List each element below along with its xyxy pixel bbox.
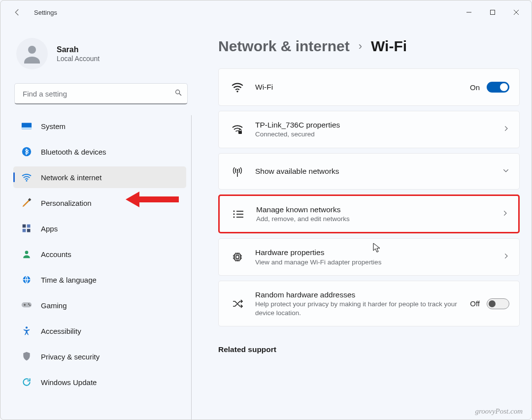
back-button[interactable] [9,4,25,20]
antenna-icon [231,165,244,177]
sidebar-item-bluetooth[interactable]: Bluetooth & devices [13,141,186,162]
wifi-state-label: On [470,83,480,92]
sidebar-item-label: Network & internet [41,173,101,182]
person-icon [20,42,44,65]
sidebar-item-label: Bluetooth & devices [41,148,106,156]
card-title: Random hardware addresses [255,290,459,300]
network-properties-card[interactable]: TP-Link_736C properties Connected, secur… [218,111,520,148]
card-subtitle: View and manage Wi-Fi adapter properties [255,258,492,267]
personalization-icon [21,197,32,208]
chip-icon [231,251,244,263]
chevron-down-icon [502,167,509,176]
card-title: Wi-Fi [255,82,459,92]
chevron-right-icon [502,253,509,261]
shuffle-icon [231,298,244,309]
sidebar-item-personalization[interactable]: Personalization [13,192,186,214]
wifi-toggle[interactable] [487,82,509,93]
svg-rect-13 [27,229,31,232]
sidebar: Sarah Local Account System [0,24,197,420]
search-box[interactable] [14,83,188,104]
sidebar-item-gaming[interactable]: Gaming [13,294,186,316]
close-icon [513,9,519,15]
sidebar-item-time-language[interactable]: Time & language [13,269,186,291]
svg-rect-10 [23,225,26,228]
sidebar-item-label: Accessibility [41,327,81,335]
time-language-icon [21,274,32,285]
card-subtitle: Add, remove, and edit networks [256,215,491,224]
account-header[interactable]: Sarah Local Account [13,38,192,69]
apps-icon [21,223,32,234]
breadcrumb-parent[interactable]: Network & internet [218,38,350,55]
watermark: groovyPost.com [475,407,523,416]
sidebar-item-label: Windows Update [41,378,97,387]
search-input[interactable] [22,89,174,98]
main-content: Network & internet › Wi-Fi Wi-Fi On [197,24,532,420]
window-controls [458,4,528,20]
svg-rect-1 [491,10,495,15]
sidebar-item-label: Privacy & security [41,353,100,361]
sidebar-item-accounts[interactable]: Accounts [13,243,186,265]
svg-point-24 [233,210,235,212]
random-hw-toggle[interactable] [487,298,509,309]
privacy-icon [21,351,32,362]
wifi-icon [231,82,244,93]
sidebar-item-network[interactable]: Network & internet [13,166,186,188]
svg-rect-11 [27,225,31,228]
accessibility-icon [21,325,32,336]
sidebar-item-label: Personalization [41,199,92,207]
bluetooth-icon [21,146,32,157]
svg-rect-30 [234,254,240,260]
wifi-toggle-card[interactable]: Wi-Fi On [218,68,520,106]
svg-point-2 [28,46,36,54]
maximize-button[interactable] [481,4,504,20]
sidebar-item-label: Apps [41,225,58,233]
svg-point-28 [233,216,235,218]
card-title: Show available networks [255,166,492,176]
card-title: Manage known networks [256,205,491,215]
sidebar-item-label: System [41,122,66,130]
chevron-right-icon [502,125,509,134]
show-available-networks-card[interactable]: Show available networks [218,153,520,190]
accounts-icon [21,249,32,259]
svg-rect-31 [236,256,239,258]
avatar [16,38,48,69]
svg-point-8 [26,180,28,182]
sidebar-item-privacy[interactable]: Privacy & security [13,346,186,367]
system-icon [21,121,32,131]
app-title: Settings [34,9,57,16]
svg-point-18 [30,305,31,306]
svg-rect-21 [238,131,242,134]
sidebar-item-accessibility[interactable]: Accessibility [13,320,186,342]
hardware-properties-card[interactable]: Hardware properties View and manage Wi-F… [218,238,520,276]
settings-window: Settings Sarah Local Account [0,0,532,420]
update-icon [21,377,32,388]
sidebar-item-system[interactable]: System [13,115,186,137]
sidebar-item-label: Accounts [41,250,71,258]
manage-known-networks-card[interactable]: Manage known networks Add, remove, and e… [218,194,520,234]
sidebar-item-label: Gaming [41,301,67,310]
close-button[interactable] [505,4,528,20]
svg-point-19 [26,326,28,328]
back-arrow-icon [13,8,22,17]
svg-rect-6 [22,128,32,129]
random-hw-state-label: Off [470,299,480,308]
chevron-right-icon [501,210,508,219]
card-title: TP-Link_736C properties [255,120,492,130]
svg-rect-12 [23,229,26,232]
related-support-heading: Related support [218,345,520,354]
sidebar-item-windows-update[interactable]: Windows Update [13,371,186,393]
page-title: Wi-Fi [371,38,407,55]
svg-point-7 [22,147,31,156]
svg-point-17 [28,303,30,305]
list-icon [232,209,245,219]
svg-point-20 [236,91,238,92]
svg-point-14 [25,251,29,254]
svg-point-23 [237,169,238,170]
random-hw-addresses-card[interactable]: Random hardware addresses Help protect y… [218,281,520,326]
sidebar-item-apps[interactable]: Apps [13,218,186,239]
search-icon [174,89,182,98]
card-title: Hardware properties [255,248,492,258]
minimize-button[interactable] [458,4,480,20]
wifi-secured-icon [231,124,244,135]
minimize-icon [466,9,472,15]
